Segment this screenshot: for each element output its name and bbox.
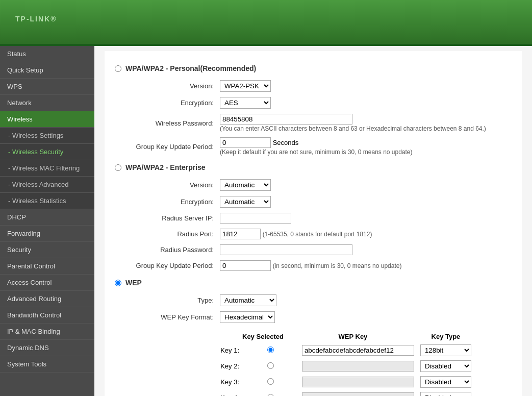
wep-key2-label: Key 2: <box>196 358 242 374</box>
wep-title: WEP <box>125 279 142 287</box>
wpa-enterprise-encryption-cell: Automatic TKIP AES <box>217 193 512 210</box>
wep-key1-radio[interactable] <box>267 346 274 353</box>
wep-key1-row: Key 1: 128bit Disabled 64bit 152bit <box>196 342 474 358</box>
wpa-enterprise-radius-ip-cell <box>217 210 512 226</box>
wpa-enterprise-radius-ip-label: Radius Server IP: <box>115 210 217 226</box>
wep-type-select[interactable]: Automatic Shared Key Open System <box>220 294 276 306</box>
wep-key1-type-select[interactable]: 128bit Disabled 64bit 152bit <box>420 344 471 356</box>
wep-key2-type-cell: Disabled 64bit 128bit 152bit <box>417 358 474 374</box>
wep-key2-input[interactable] <box>302 361 414 372</box>
sidebar-item-security[interactable]: Security <box>0 242 94 258</box>
wpa-personal-password-input[interactable] <box>220 114 352 125</box>
wpa-enterprise-encryption-select[interactable]: Automatic TKIP AES <box>220 196 271 208</box>
wpa-enterprise-radius-port-cell: (1-65535, 0 stands for default port 1812… <box>217 226 512 242</box>
sidebar-item-dhcp[interactable]: DHCP <box>0 209 94 226</box>
wep-key3-input[interactable] <box>302 377 414 387</box>
wpa-enterprise-version-label: Version: <box>115 177 217 193</box>
wep-key2-row: Key 2: Disabled 64bit 128bit 152bit <box>196 358 474 374</box>
header: TP-LINK® <box>0 0 532 46</box>
wpa-personal-group-key-row: Group Key Update Period: Seconds (Keep i… <box>115 135 512 158</box>
wpa-enterprise-radius-password-label: Radius Password: <box>115 242 217 258</box>
wep-key3-radio[interactable] <box>267 378 274 385</box>
wpa-personal-group-key-unit: Seconds <box>273 139 299 146</box>
wpa-personal-password-hint: (You can enter ASCII characters between … <box>220 125 486 132</box>
wpa-enterprise-version-select[interactable]: Automatic WPA WPA2 <box>220 179 271 191</box>
wep-key2-radio[interactable] <box>267 362 274 369</box>
sidebar-item-advanced-routing[interactable]: Advanced Routing <box>0 291 94 307</box>
wpa-enterprise-table: Version: Automatic WPA WPA2 Encryption: … <box>115 177 512 274</box>
wep-key3-label: Key 3: <box>196 374 242 390</box>
wpa-enterprise-group-key-hint: (in second, minimum is 30, 0 means no up… <box>273 262 402 269</box>
wpa-personal-version-select[interactable]: WPA2-PSK Automatic WPA-PSK <box>220 80 271 92</box>
wpa-enterprise-radius-ip-input[interactable] <box>220 213 291 224</box>
wep-key4-input[interactable] <box>302 392 414 396</box>
wpa-personal-version-row: Version: WPA2-PSK Automatic WPA-PSK <box>115 78 512 94</box>
wep-key4-type-cell: Disabled 64bit 128bit 152bit <box>417 390 474 396</box>
wpa-enterprise-encryption-label: Encryption: <box>115 193 217 210</box>
wep-key1-input[interactable] <box>302 345 414 356</box>
sidebar-item-parental-control[interactable]: Parental Control <box>0 258 94 275</box>
wpa-enterprise-title: WPA/WPA2 - Enterprise <box>125 163 206 171</box>
sidebar-item-wireless-mac-filtering[interactable]: - Wireless MAC Filtering <box>0 160 94 177</box>
wpa-enterprise-group-key-label: Group Key Update Period: <box>115 258 217 274</box>
wpa-personal-group-key-input[interactable] <box>220 137 271 148</box>
wep-key-format-select[interactable]: Hexadecimal ASCII <box>220 311 275 323</box>
sidebar-item-bandwidth-control[interactable]: Bandwidth Control <box>0 307 94 324</box>
sidebar-item-wireless[interactable]: Wireless <box>0 111 94 128</box>
content-area: WPA/WPA2 - Personal(Recommended) Version… <box>94 46 532 396</box>
wep-key1-type-cell: 128bit Disabled 64bit 152bit <box>417 342 474 358</box>
sidebar-item-network[interactable]: Network <box>0 95 94 111</box>
wep-key-format-row: WEP Key Format: Hexadecimal ASCII <box>115 309 512 326</box>
logo: TP-LINK® <box>15 11 57 33</box>
sidebar-item-ip-mac-binding[interactable]: IP & MAC Binding <box>0 324 94 340</box>
wpa-enterprise-group-key-row: Group Key Update Period: (in second, min… <box>115 258 512 274</box>
wep-key3-type-cell: Disabled 64bit 128bit 152bit <box>417 374 474 390</box>
wpa-enterprise-radius-ip-row: Radius Server IP: <box>115 210 512 226</box>
wpa-personal-section-header: WPA/WPA2 - Personal(Recommended) <box>115 64 512 72</box>
sidebar: StatusQuick SetupWPSNetworkWireless- Wir… <box>0 46 94 396</box>
wpa-personal-group-key-cell: Seconds (Keep it default if you are not … <box>217 135 512 158</box>
wep-key3-type-select[interactable]: Disabled 64bit 128bit 152bit <box>420 376 471 388</box>
wep-key-format-label: WEP Key Format: <box>115 309 217 326</box>
sidebar-item-quick-setup[interactable]: Quick Setup <box>0 62 94 79</box>
wep-key3-radio-cell <box>242 374 299 390</box>
wep-key4-radio[interactable] <box>267 394 274 397</box>
sidebar-item-wireless-security[interactable]: - Wireless Security <box>0 144 94 160</box>
wpa-personal-radio[interactable] <box>115 65 121 72</box>
wpa-personal-encryption-row: Encryption: AES Automatic TKIP <box>115 94 512 111</box>
wep-type-cell: Automatic Shared Key Open System <box>217 292 512 309</box>
wpa-personal-password-cell: (You can enter ASCII characters between … <box>217 111 512 135</box>
sidebar-item-status[interactable]: Status <box>0 46 94 62</box>
wpa-enterprise-radio[interactable] <box>115 164 121 171</box>
sidebar-item-wps[interactable]: WPS <box>0 79 94 95</box>
wpa-enterprise-radius-password-row: Radius Password: <box>115 242 512 258</box>
wpa-enterprise-radius-password-input[interactable] <box>220 244 352 255</box>
wep-key4-type-select[interactable]: Disabled 64bit 128bit 152bit <box>420 392 471 396</box>
wpa-personal-encryption-cell: AES Automatic TKIP <box>217 94 512 111</box>
wep-key4-value-cell <box>299 390 417 396</box>
logo-sup: ® <box>50 15 57 23</box>
wep-key1-radio-cell <box>242 342 299 358</box>
sidebar-item-wireless-settings[interactable]: - Wireless Settings <box>0 128 94 144</box>
content-bg: WPA/WPA2 - Personal(Recommended) Version… <box>105 51 522 396</box>
main-layout: StatusQuick SetupWPSNetworkWireless- Wir… <box>0 46 532 396</box>
sidebar-item-forwarding[interactable]: Forwarding <box>0 226 94 242</box>
wep-key2-type-select[interactable]: Disabled 64bit 128bit 152bit <box>420 360 471 372</box>
wpa-personal-encryption-select[interactable]: AES Automatic TKIP <box>220 97 271 109</box>
wep-key2-radio-cell <box>242 358 299 374</box>
wep-type-row: Type: Automatic Shared Key Open System <box>115 292 512 309</box>
sidebar-item-access-control[interactable]: Access Control <box>0 275 94 291</box>
wep-key-type-col-header: Key Type <box>417 331 474 342</box>
wpa-enterprise-radius-port-input[interactable] <box>220 229 261 239</box>
sidebar-item-wireless-advanced[interactable]: - Wireless Advanced <box>0 177 94 193</box>
sidebar-item-wireless-statistics[interactable]: - Wireless Statistics <box>0 193 94 209</box>
sidebar-item-dynamic-dns[interactable]: Dynamic DNS <box>0 340 94 356</box>
sidebar-item-system-tools[interactable]: System Tools <box>0 356 94 373</box>
wpa-personal-group-key-label: Group Key Update Period: <box>115 135 217 158</box>
wep-radio[interactable] <box>115 280 121 286</box>
wpa-enterprise-encryption-row: Encryption: Automatic TKIP AES <box>115 193 512 210</box>
wep-type-label: Type: <box>115 292 217 309</box>
wpa-enterprise-version-cell: Automatic WPA WPA2 <box>217 177 512 193</box>
wpa-enterprise-group-key-input[interactable] <box>220 260 271 271</box>
wep-section-header: WEP <box>115 279 512 287</box>
